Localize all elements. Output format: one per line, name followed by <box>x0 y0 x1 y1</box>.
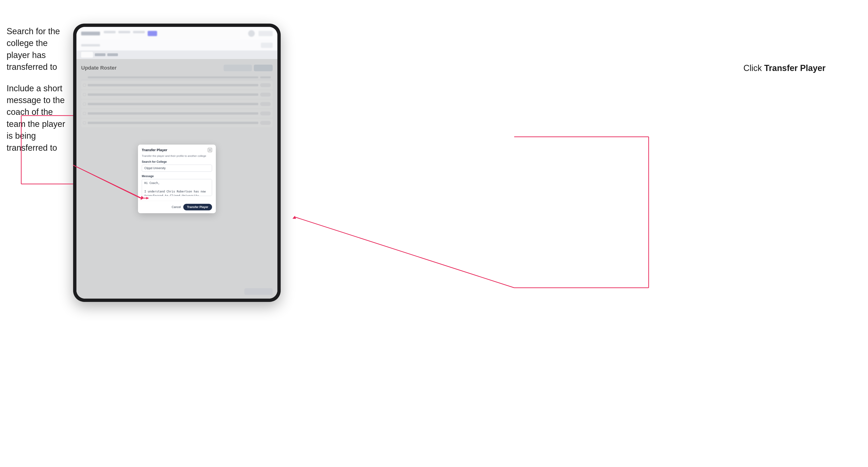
modal-header: Transfer Player × <box>138 145 216 154</box>
annotation-click-text: Click <box>743 63 764 73</box>
ipad-device: Update Roster <box>73 24 281 302</box>
tab-item-2 <box>107 53 118 56</box>
modal-close-button[interactable]: × <box>208 148 212 152</box>
modal-title: Transfer Player <box>142 148 167 152</box>
nav-avatar <box>248 30 255 37</box>
nav-link-1 <box>104 31 116 33</box>
cancel-button[interactable]: Cancel <box>172 206 181 209</box>
message-label: Message <box>142 175 212 178</box>
annotation-text-message: Include a short message to the coach of … <box>7 83 70 154</box>
modal-body: Transfer the player and their profile to… <box>138 154 216 201</box>
ipad-screen: Update Roster <box>76 27 277 299</box>
nav-active-tab <box>148 31 157 36</box>
modal-footer: Cancel Transfer Player <box>138 201 216 213</box>
search-label: Search for College <box>142 160 212 163</box>
nav-link-2 <box>118 31 130 33</box>
tab-active <box>81 52 93 58</box>
tab-bar <box>76 51 277 59</box>
nav-links <box>104 31 157 36</box>
transfer-player-button[interactable]: Transfer Player <box>183 204 212 210</box>
transfer-player-modal: Transfer Player × Transfer the player an… <box>138 145 216 213</box>
sec-btn <box>261 43 273 48</box>
svg-line-8 <box>295 217 514 288</box>
modal-overlay: Transfer Player × Transfer the player an… <box>76 59 277 299</box>
nav-logo <box>81 32 100 35</box>
annotation-transfer-bold: Transfer Player <box>764 63 826 73</box>
sec-item-1 <box>81 44 100 46</box>
svg-marker-9 <box>292 216 296 219</box>
annotation-text-search: Search for the college the player has tr… <box>7 26 70 73</box>
nav-link-3 <box>133 31 145 33</box>
annotation-left: Search for the college the player has tr… <box>7 26 70 163</box>
screen-content: Update Roster <box>76 27 277 299</box>
search-college-input[interactable] <box>142 165 212 172</box>
annotation-right: Click Transfer Player <box>743 63 826 73</box>
nav-btn <box>258 31 273 36</box>
nav-bar <box>76 27 277 40</box>
message-textarea[interactable]: Hi Coach, I understand Chris Robertson h… <box>142 179 212 196</box>
secondary-bar <box>76 40 277 51</box>
tab-item-1 <box>95 53 105 56</box>
modal-description: Transfer the player and their profile to… <box>142 154 212 157</box>
